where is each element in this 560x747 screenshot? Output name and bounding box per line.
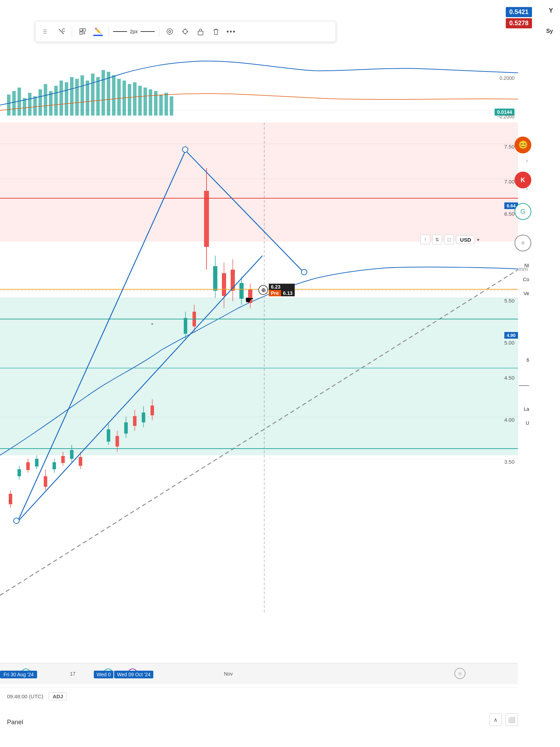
svg-rect-22 [12,91,16,116]
scroll-up-btn[interactable]: ↑ [420,235,430,244]
svg-rect-32 [65,82,68,116]
chart-main: 0.0144 0.2000 −0.2000 [0,46,518,669]
date-nov-label: Nov [224,671,233,677]
fullscreen-btn[interactable]: ⬜ [505,713,518,726]
usd-selector: ↑ ⇅ □ USD ▾ [420,235,479,244]
date-hovered-group: Wed 0 Wed 09 Oct '24 [94,671,153,678]
svg-rect-8 [80,29,82,31]
trendline-handle-1[interactable] [182,146,188,153]
svg-rect-86 [184,318,187,334]
panel-label: Panel [7,719,23,726]
svg-point-4 [44,33,45,34]
svg-point-0 [44,29,45,30]
price-low-badge: 0.5278 [506,18,532,28]
line-sample [113,31,127,32]
svg-rect-24 [23,98,26,116]
svg-text:+: + [8,498,11,504]
svg-rect-37 [91,74,94,116]
svg-rect-76 [115,436,119,447]
svg-rect-30 [54,86,58,116]
svg-rect-90 [204,191,209,247]
trendline-handle-2[interactable] [301,269,307,275]
tooltip-circle: ⊕ [258,285,268,295]
toolbar: ✏️ 2px [35,21,336,42]
volume-bars [0,46,518,123]
yaxis-650: 6.50 [504,211,514,217]
svg-rect-78 [124,422,128,434]
chevron-1[interactable]: › [526,158,528,164]
svg-rect-60 [26,462,30,470]
ref-line-teal [0,368,518,368]
yaxis-450: 4.50 [504,375,514,381]
svg-rect-25 [28,93,31,116]
svg-rect-96 [231,270,235,291]
svg-rect-82 [142,413,145,422]
expand-btn[interactable]: □ [444,235,454,244]
svg-rect-39 [102,70,105,116]
pen-color-btn[interactable]: ✏️ [92,25,104,38]
yaxis-490-label: 5.00 [504,340,514,346]
ref-line-green-2 [0,448,518,449]
price-high-badge: 0.5421 [506,7,532,17]
svg-rect-45 [133,82,136,116]
currency-selector[interactable]: USD [456,235,475,244]
svg-rect-52 [170,96,173,116]
price-tooltip: ⊕ 6.23 Pre 6.13 [258,284,295,296]
sidebar-ve-label: Ve [524,291,529,296]
svg-rect-23 [18,88,21,116]
sidebar-circle-bars[interactable]: ≡ [514,235,531,251]
svg-rect-68 [61,456,65,463]
yaxis-400: 4.00 [504,417,514,423]
px-label: 2px [130,29,138,34]
move-tool-btn[interactable] [40,25,52,38]
svg-rect-42 [117,79,121,116]
currency-chevron[interactable]: ▾ [477,237,479,242]
y-label: Y [549,7,553,14]
toolbar-divider-3 [159,26,159,37]
svg-rect-44 [128,84,131,116]
collapse-btn[interactable]: ⇅ [432,235,442,244]
svg-point-7 [62,29,65,32]
line-tool-btn[interactable] [55,25,68,38]
svg-point-1 [46,29,47,30]
sidebar-6-label: 6 [526,357,529,363]
tooltip-price1: 6.23 [269,284,295,290]
price-badges-top: 0.5421 0.5278 [506,7,532,28]
svg-rect-34 [75,79,79,116]
svg-rect-51 [164,93,168,116]
svg-rect-62 [35,459,38,466]
target-btn[interactable]: ◎ [454,668,465,679]
svg-rect-72 [79,457,82,466]
line-sample-2 [141,31,155,32]
add-shape-btn[interactable] [76,25,89,38]
date-bar: E E ⚡ Fri 30 Aug '24 17 Wed 0 Wed 09 Oct… [0,663,518,684]
tooltip-values: 6.23 Pre 6.13 [269,284,295,296]
tooltip-pre-label: Pre [269,290,281,296]
chevron-mm[interactable]: mm [518,266,528,272]
svg-rect-74 [107,429,110,442]
svg-rect-21 [7,95,10,116]
chevron-2[interactable]: › [526,186,528,192]
sidebar-orange-icon[interactable]: 😊 [514,137,531,153]
lock-btn[interactable] [194,25,207,38]
date-nov: Nov [224,671,233,677]
sidebar-circle-g[interactable]: G [514,203,531,220]
sidebar-k-icon[interactable]: K [514,172,531,188]
svg-rect-27 [38,89,42,116]
circle-target-btn[interactable] [163,25,176,38]
trendline-handle-3[interactable] [13,518,20,524]
svg-point-14 [169,30,171,33]
expand-up-btn[interactable]: ∧ [489,713,502,726]
more-btn[interactable]: ••• [225,25,238,38]
svg-rect-84 [150,406,154,415]
delete-btn[interactable] [210,25,222,38]
bottom-controls: ∧ ⬜ [489,713,518,726]
svg-rect-50 [159,95,163,116]
yaxis-350: 3.50 [504,459,514,465]
svg-rect-28 [44,84,47,116]
yaxis-750: 7.50 [504,144,514,150]
time-display: 09:48:00 (UTC) [7,693,43,699]
crosshair-btn[interactable] [179,25,191,38]
yaxis-550: 5.50 [504,298,514,304]
svg-rect-49 [154,91,158,116]
